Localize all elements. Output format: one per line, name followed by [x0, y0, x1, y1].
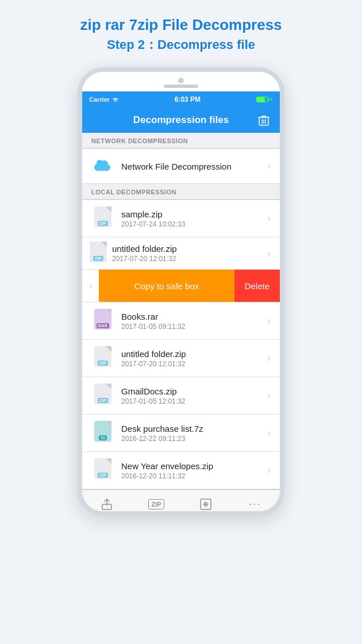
- file-icon-zip: ZIP: [91, 383, 114, 408]
- phone-frame: Carrier 6:03 PM + Decompression files: [78, 67, 284, 516]
- tab-unzip[interactable]: [181, 490, 230, 516]
- chevron-icon: ›: [268, 213, 271, 224]
- status-battery: +: [256, 97, 273, 102]
- chevron-icon: ›: [268, 161, 271, 171]
- phone-camera: [178, 78, 184, 83]
- chevron-icon: ›: [268, 353, 271, 363]
- chevron-icon: ›: [268, 465, 271, 476]
- file-icon-zip: ZIP: [91, 458, 114, 483]
- swipe-left-indicator: ›: [82, 270, 99, 302]
- tab-bar: ZIP ···: [82, 489, 280, 516]
- cloud-icon: [91, 155, 114, 178]
- file-icon-zip: ZIP: [91, 346, 114, 371]
- status-time: 6:03 PM: [175, 95, 201, 103]
- list-item[interactable]: Network File Decompression ›: [82, 149, 280, 183]
- zip-tab-label: ZIP: [148, 499, 164, 509]
- page-header: zip rar 7zip File Decompress Step 2：Deco…: [0, 0, 362, 63]
- nav-title: Decompression files: [105, 114, 257, 126]
- wifi-icon: [112, 97, 119, 102]
- list-item[interactable]: ZIP GmailDocs.zip 2017-01-05 12:01:32 ›: [82, 377, 280, 415]
- unzip-icon: [199, 497, 213, 511]
- chevron-icon: ›: [268, 248, 280, 259]
- delete-button[interactable]: Delete: [234, 270, 280, 302]
- list-item[interactable]: ZIP New Year envelopes.zip 2016-12-20 11…: [82, 452, 280, 489]
- list-item[interactable]: RAR Books.rar 2017-01-05 09:11:32 ›: [82, 302, 280, 340]
- list-item[interactable]: ZIP untitled folder.zip 2017-07-20 12:01…: [82, 340, 280, 377]
- more-icon: ···: [249, 498, 261, 510]
- list-item[interactable]: ZIP sample.zip 2017-07-24 10:02:33 ›: [82, 200, 280, 237]
- trash-icon[interactable]: [257, 113, 271, 127]
- content-area: NETWORK DECOMPRESSION Network File Decom…: [82, 133, 280, 489]
- share-icon: [100, 497, 114, 511]
- list-item[interactable]: ZIP untitled folder.zip 2017-07-20 12:01…: [82, 237, 280, 270]
- copy-to-safe-box-button[interactable]: Copy to safe box: [99, 270, 234, 302]
- file-icon-rar: RAR: [91, 308, 114, 334]
- tab-share[interactable]: [82, 490, 132, 516]
- chevron-icon: ›: [89, 281, 92, 291]
- chevron-icon: ›: [268, 316, 271, 326]
- battery-icon: [256, 97, 268, 102]
- tab-zip[interactable]: ZIP: [132, 490, 181, 516]
- network-section: Network File Decompression ›: [82, 148, 280, 184]
- status-carrier: Carrier: [89, 96, 119, 103]
- nav-bar: Decompression files: [82, 108, 280, 133]
- svg-point-0: [115, 101, 116, 102]
- tab-more[interactable]: ···: [230, 490, 280, 516]
- file-icon-7z: 7z: [91, 420, 114, 446]
- local-section: ZIP sample.zip 2017-07-24 10:02:33 › ZIP: [82, 200, 280, 489]
- chevron-icon: ›: [268, 390, 271, 401]
- phone-top: [82, 72, 280, 91]
- swipe-actions: Copy to safe box Delete: [99, 270, 280, 302]
- chevron-icon: ›: [268, 428, 271, 438]
- file-icon-zip: ZIP: [82, 241, 105, 266]
- network-item-text: Network File Decompression: [121, 162, 268, 171]
- local-section-header: LOCAL DECOMPRESSION: [82, 184, 280, 200]
- file-icon-zip: ZIP: [91, 206, 114, 231]
- network-section-header: NETWORK DECOMPRESSION: [82, 133, 280, 148]
- swipe-action-row: › Copy to safe box Delete: [82, 270, 280, 302]
- page-title-line1: zip rar 7zip File Decompress: [11, 16, 351, 34]
- page-title-line2: Step 2：Decompress file: [11, 36, 351, 53]
- list-item[interactable]: 7z Desk purchase list.7z 2016-12-22 09:1…: [82, 415, 280, 452]
- phone-speaker: [164, 85, 198, 88]
- status-bar: Carrier 6:03 PM +: [82, 91, 280, 108]
